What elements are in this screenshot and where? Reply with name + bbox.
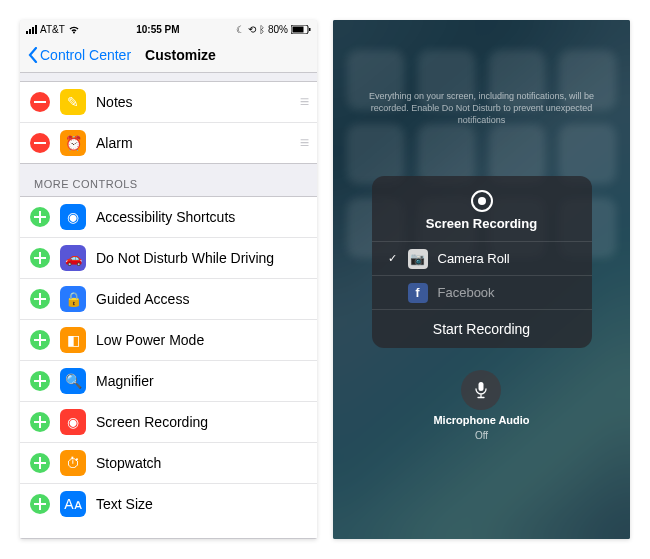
battery-icon	[291, 25, 311, 34]
section-header: MORE CONTROLS	[20, 164, 317, 196]
add-icon[interactable]	[30, 330, 50, 350]
app-icon: f	[408, 283, 428, 303]
chevron-left-icon	[28, 47, 38, 63]
remove-icon[interactable]	[30, 133, 50, 153]
app-icon: ✎	[60, 89, 86, 115]
row-label: Magnifier	[96, 373, 154, 389]
more-row[interactable]: AᴀText Size	[20, 484, 317, 524]
nav-bar: Control Center Customize	[20, 38, 317, 73]
carrier-label: AT&T	[40, 24, 65, 35]
back-label: Control Center	[40, 47, 131, 63]
destination-option[interactable]: ✓📷Camera Roll	[372, 241, 592, 275]
microphone-state: Off	[475, 430, 488, 441]
back-button[interactable]: Control Center	[28, 47, 131, 63]
svg-rect-2	[309, 28, 311, 31]
drag-handle-icon[interactable]: ≡	[300, 93, 307, 111]
recording-panel: Screen Recording ✓📷Camera RollfFacebook …	[372, 176, 592, 348]
microphone-label: Microphone Audio	[433, 414, 529, 426]
app-icon: ⏱	[60, 450, 86, 476]
svg-rect-3	[34, 101, 46, 103]
row-label: Notes	[96, 94, 133, 110]
option-label: Camera Roll	[438, 251, 510, 266]
add-icon[interactable]	[30, 289, 50, 309]
svg-rect-1	[292, 26, 303, 32]
recording-notice: Everything on your screen, including not…	[333, 90, 630, 126]
add-icon[interactable]	[30, 248, 50, 268]
clock-label: 10:55 PM	[136, 24, 179, 35]
app-icon: 🔍	[60, 368, 86, 394]
svg-rect-5	[479, 382, 484, 391]
add-icon[interactable]	[30, 412, 50, 432]
microphone-toggle[interactable]: Microphone Audio Off	[433, 370, 529, 441]
more-row[interactable]: ◉Accessibility Shortcuts	[20, 197, 317, 238]
page-title: Customize	[145, 47, 216, 63]
signal-icon	[26, 25, 37, 34]
more-row[interactable]: ◉Screen Recording	[20, 402, 317, 443]
screen-recording-overlay: Everything on your screen, including not…	[333, 20, 630, 539]
add-icon[interactable]	[30, 207, 50, 227]
row-label: Low Power Mode	[96, 332, 204, 348]
more-row[interactable]: ⏱Stopwatch	[20, 443, 317, 484]
included-row[interactable]: ⏰Alarm≡	[20, 123, 317, 163]
row-label: Accessibility Shortcuts	[96, 209, 235, 225]
more-row[interactable]: 🔒Guided Access	[20, 279, 317, 320]
microphone-icon	[461, 370, 501, 410]
orientation-lock-icon: ⟲	[248, 24, 256, 35]
included-controls-list: ✎Notes≡⏰Alarm≡	[20, 81, 317, 164]
wifi-icon	[68, 25, 80, 34]
check-icon: ✓	[388, 252, 398, 265]
more-row[interactable]: ◧Low Power Mode	[20, 320, 317, 361]
app-icon: ◉	[60, 409, 86, 435]
add-icon[interactable]	[30, 371, 50, 391]
add-icon[interactable]	[30, 453, 50, 473]
add-icon[interactable]	[30, 494, 50, 514]
destination-option[interactable]: fFacebook	[372, 275, 592, 309]
drag-handle-icon[interactable]: ≡	[300, 134, 307, 152]
svg-rect-4	[34, 142, 46, 144]
app-icon: 📷	[408, 249, 428, 269]
app-icon: ◉	[60, 204, 86, 230]
remove-icon[interactable]	[30, 92, 50, 112]
included-row[interactable]: ✎Notes≡	[20, 82, 317, 123]
record-icon	[471, 190, 493, 212]
more-controls-list: ◉Accessibility Shortcuts🚗Do Not Disturb …	[20, 196, 317, 539]
status-bar: AT&T 10:55 PM ☾ ⟲ ᛒ 80%	[20, 20, 317, 38]
row-label: Do Not Disturb While Driving	[96, 250, 274, 266]
more-row[interactable]: 🔍Magnifier	[20, 361, 317, 402]
row-label: Screen Recording	[96, 414, 208, 430]
settings-screen: AT&T 10:55 PM ☾ ⟲ ᛒ 80% Control Center C…	[20, 20, 317, 539]
option-label: Facebook	[438, 285, 495, 300]
app-icon: ◧	[60, 327, 86, 353]
bluetooth-icon: ᛒ	[259, 24, 265, 35]
app-icon: Aᴀ	[60, 491, 86, 517]
app-icon: ⏰	[60, 130, 86, 156]
moon-icon: ☾	[236, 24, 245, 35]
app-icon: 🔒	[60, 286, 86, 312]
more-row[interactable]: 🚗Do Not Disturb While Driving	[20, 238, 317, 279]
row-label: Text Size	[96, 496, 153, 512]
row-label: Alarm	[96, 135, 133, 151]
row-label: Guided Access	[96, 291, 189, 307]
row-label: Stopwatch	[96, 455, 161, 471]
app-icon: 🚗	[60, 245, 86, 271]
battery-label: 80%	[268, 24, 288, 35]
panel-title: Screen Recording	[426, 216, 537, 231]
start-recording-button[interactable]: Start Recording	[372, 309, 592, 348]
